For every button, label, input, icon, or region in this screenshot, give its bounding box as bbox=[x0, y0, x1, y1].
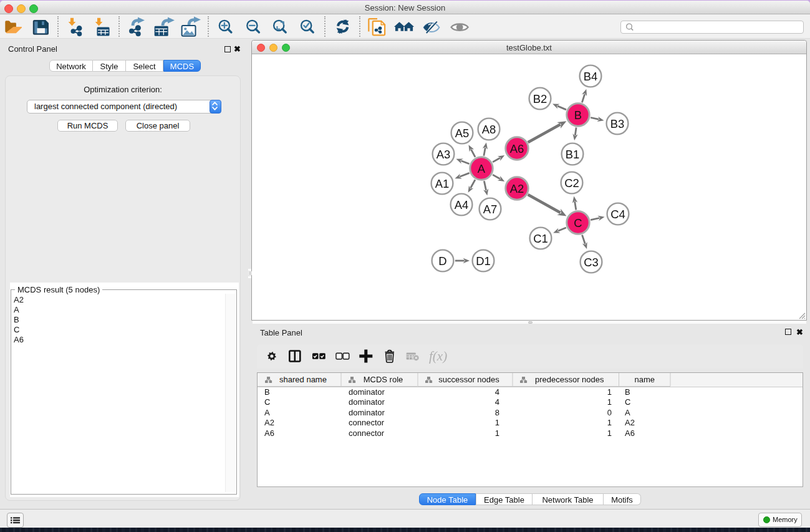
svg-text:C: C bbox=[574, 216, 582, 230]
svg-text:B1: B1 bbox=[566, 148, 580, 161]
svg-text:A5: A5 bbox=[455, 127, 470, 140]
svg-text:B4: B4 bbox=[584, 70, 598, 83]
svg-text:name: name bbox=[634, 375, 655, 384]
svg-text:C4: C4 bbox=[610, 208, 625, 221]
svg-text:A2: A2 bbox=[510, 182, 524, 195]
svg-text:shared name: shared name bbox=[279, 375, 327, 384]
svg-text:A4: A4 bbox=[455, 198, 469, 211]
svg-text:successor nodes: successor nodes bbox=[438, 375, 499, 384]
svg-text:C3: C3 bbox=[584, 256, 599, 269]
svg-text:A8: A8 bbox=[482, 123, 496, 136]
svg-text:C2: C2 bbox=[564, 177, 579, 190]
svg-text:C1: C1 bbox=[533, 232, 548, 245]
svg-text:A3: A3 bbox=[436, 148, 451, 161]
svg-text:A6: A6 bbox=[510, 142, 524, 155]
svg-text:D: D bbox=[438, 254, 446, 268]
svg-text:predecessor nodes: predecessor nodes bbox=[535, 375, 604, 384]
svg-text:MCDS role: MCDS role bbox=[364, 375, 403, 384]
svg-text:f(x): f(x) bbox=[429, 349, 447, 364]
svg-text:A7: A7 bbox=[483, 203, 498, 216]
svg-text:A: A bbox=[478, 162, 486, 175]
svg-text:D1: D1 bbox=[476, 254, 491, 268]
svg-text:A1: A1 bbox=[435, 177, 450, 190]
svg-text:B2: B2 bbox=[533, 92, 547, 105]
svg-text:B3: B3 bbox=[610, 117, 625, 130]
svg-text:B: B bbox=[574, 109, 582, 122]
